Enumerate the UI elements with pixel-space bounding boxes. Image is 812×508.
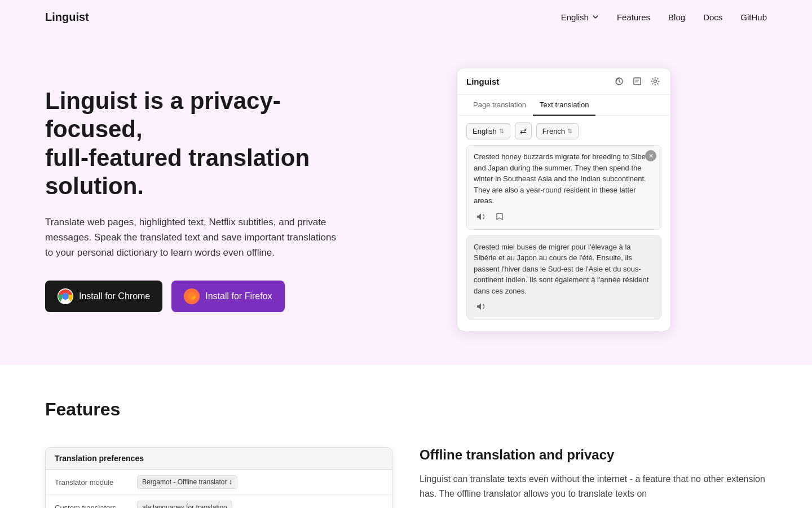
speak-icon[interactable] xyxy=(474,210,487,224)
hero-title: Linguist is a privacy-focused,full-featu… xyxy=(45,87,338,201)
output-text: Crested miel buses de migrer pour l'élev… xyxy=(474,242,654,297)
speak-output-icon[interactable] xyxy=(474,300,487,313)
feature1-heading: Offline translation and privacy xyxy=(420,447,767,463)
nav-docs[interactable]: Docs xyxy=(703,12,722,22)
navbar: Linguist English Features Blog Docs GitH… xyxy=(0,0,812,34)
plugin-card: Linguist xyxy=(457,68,671,331)
language-selector[interactable]: English xyxy=(561,12,599,22)
features-section: Features Translation preferences Transla… xyxy=(0,365,812,508)
source-language-label: English xyxy=(473,127,497,135)
languages-hint: ale languages for translation xyxy=(137,501,232,508)
translator-label: Translator module xyxy=(55,478,128,487)
source-lang-arrows: ⇅ xyxy=(499,128,504,135)
bookmark-icon[interactable] xyxy=(493,210,506,224)
target-language-selector[interactable]: French ⇅ xyxy=(536,123,579,139)
hero-buttons: Install for Chrome Install for Firefox xyxy=(45,281,338,312)
dictionary-icon[interactable] xyxy=(631,75,643,87)
chrome-button-label: Install for Chrome xyxy=(79,291,150,301)
feature1-desc: Linguist can translate texts even withou… xyxy=(420,472,767,501)
settings-title: Translation preferences xyxy=(55,454,144,463)
install-chrome-button[interactable]: Install for Chrome xyxy=(45,281,162,312)
chevron-down-icon xyxy=(592,14,599,20)
firefox-button-label: Install for Firefox xyxy=(205,291,272,301)
svg-rect-6 xyxy=(634,78,641,85)
output-area: Crested miel buses de migrer pour l'élev… xyxy=(466,235,661,320)
history-icon[interactable] xyxy=(613,75,625,87)
features-mockup-col: Translation preferences Translator modul… xyxy=(45,447,392,508)
features-grid: Translation preferences Translator modul… xyxy=(45,447,767,508)
swap-languages-button[interactable]: ⇄ xyxy=(515,122,532,139)
plugin-title: Linguist xyxy=(466,77,499,86)
nav-features[interactable]: Features xyxy=(617,12,650,22)
settings-mockup-header: Translation preferences xyxy=(46,448,392,470)
nav-blog[interactable]: Blog xyxy=(668,12,685,22)
hero-right: Linguist xyxy=(361,68,767,331)
plugin-icon-group xyxy=(613,75,661,87)
clear-button[interactable]: ✕ xyxy=(645,150,656,161)
target-lang-arrows: ⇅ xyxy=(567,128,572,135)
firefox-icon xyxy=(184,288,200,304)
settings-row-translator: Translator module Bergamot - Offline tra… xyxy=(46,470,392,495)
settings-row-custom: Custom translators ale languages for tra… xyxy=(46,495,392,508)
tab-text-translation[interactable]: Text translation xyxy=(533,95,595,116)
target-language-label: French xyxy=(542,127,565,135)
input-area: Crested honey buzzards migrate for breed… xyxy=(466,145,661,230)
install-firefox-button[interactable]: Install for Firefox xyxy=(171,281,284,312)
svg-point-7 xyxy=(654,80,657,83)
language-label: English xyxy=(561,12,589,22)
hero-subtitle: Translate web pages, highlighted text, N… xyxy=(45,214,338,261)
source-language-selector[interactable]: English ⇅ xyxy=(466,123,510,139)
plugin-header: Linguist xyxy=(457,68,670,95)
nav-github[interactable]: GitHub xyxy=(740,12,767,22)
settings-mockup: Translation preferences Translator modul… xyxy=(45,447,392,508)
svg-point-2 xyxy=(63,294,68,299)
input-text[interactable]: Crested honey buzzards migrate for breed… xyxy=(474,151,654,207)
plugin-body: English ⇅ ⇄ French ⇅ Crested honey buzza… xyxy=(457,116,670,331)
translator-value[interactable]: Bergamot - Offline translator ↕ xyxy=(137,475,237,489)
features-text-col: Offline translation and privacy Linguist… xyxy=(420,447,767,501)
plugin-tabs: Page translation Text translation xyxy=(457,95,670,116)
features-heading: Features xyxy=(45,399,767,420)
tab-page-translation[interactable]: Page translation xyxy=(466,95,533,116)
logo: Linguist xyxy=(45,11,89,24)
nav-right: English Features Blog Docs GitHub xyxy=(561,12,767,22)
custom-translators-label: Custom translators xyxy=(55,503,128,509)
hero-left: Linguist is a privacy-focused,full-featu… xyxy=(45,87,338,312)
language-row: English ⇅ ⇄ French ⇅ xyxy=(466,122,661,139)
chrome-icon xyxy=(58,288,73,304)
settings-icon[interactable] xyxy=(649,75,661,87)
output-actions xyxy=(474,300,654,313)
hero-section: Linguist is a privacy-focused,full-featu… xyxy=(0,34,812,365)
input-actions xyxy=(474,210,654,224)
